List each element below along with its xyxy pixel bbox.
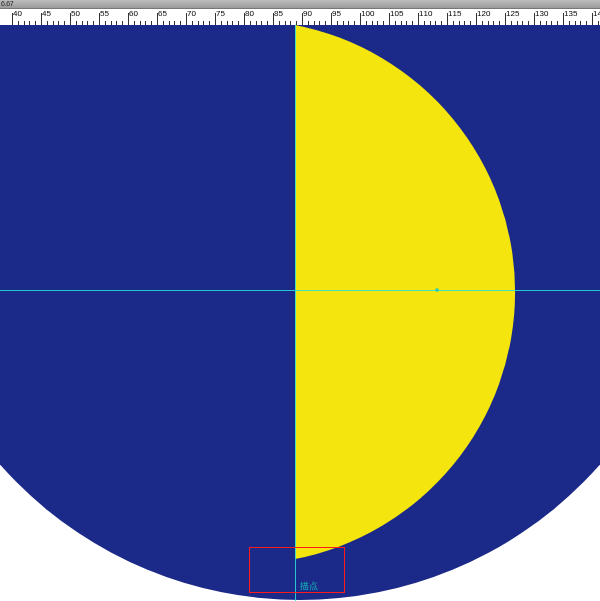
ruler-tick-label: 85 — [274, 9, 283, 18]
ruler-tick-label: 60 — [129, 9, 138, 18]
ruler-tick-label: 125 — [506, 9, 519, 18]
anchor-point[interactable] — [436, 289, 439, 292]
ruler-tick-label: 55 — [100, 9, 109, 18]
ruler-tick-label: 70 — [187, 9, 196, 18]
annotation-label: 描点 — [300, 580, 318, 593]
ruler-tick-label: 40 — [13, 9, 22, 18]
canvas-area[interactable]: 描点 — [0, 25, 600, 601]
ruler-tick-label: 45 — [42, 9, 51, 18]
ruler-tick-label: 65 — [158, 9, 167, 18]
ruler-tick-label: 110 — [419, 9, 432, 18]
ruler-tick-label: 120 — [477, 9, 490, 18]
ruler-tick-label: 75 — [216, 9, 225, 18]
ruler-tick-label: 130 — [535, 9, 548, 18]
guide-horizontal[interactable] — [0, 290, 600, 291]
ruler-tick-label: 80 — [245, 9, 254, 18]
ruler-tick-label: 115 — [448, 9, 461, 18]
app-window: 6.67 40455055606570758085909510010511011… — [0, 0, 600, 601]
document-artwork — [0, 25, 600, 601]
ruler-tick-label: 95 — [332, 9, 341, 18]
ruler-tick-label: 135 — [564, 9, 577, 18]
ruler-tick-label: 90 — [303, 9, 312, 18]
annotation-box — [249, 547, 345, 593]
zoom-level: 6.67 — [0, 0, 13, 8]
guide-vertical[interactable] — [295, 25, 296, 601]
ruler-tick-label: 105 — [390, 9, 403, 18]
ruler-tick-label: 140 — [593, 9, 600, 18]
ruler-tick-label: 100 — [361, 9, 374, 18]
ruler-tick-label: 50 — [71, 9, 80, 18]
ruler-horizontal[interactable]: 4045505560657075808590951001051101151201… — [0, 8, 600, 26]
